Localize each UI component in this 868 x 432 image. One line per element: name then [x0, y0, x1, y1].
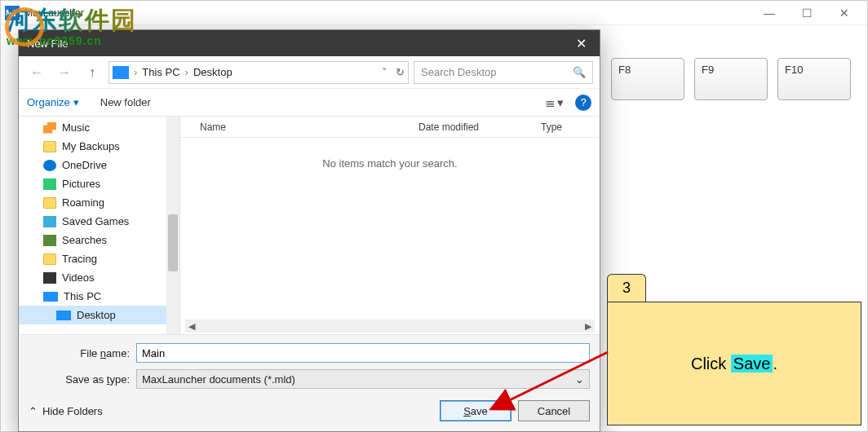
refresh-button[interactable]: ↻ [396, 66, 405, 78]
onedrive-icon [43, 160, 56, 171]
tree-item-pictures[interactable]: Pictures [19, 174, 179, 193]
dialog-body: MusicMy BackupsOneDrivePicturesRoamingSa… [19, 117, 600, 334]
annotation-text-pre: Click [691, 355, 731, 372]
pictures-icon [43, 179, 56, 190]
tree-item-label: Searches [62, 234, 107, 246]
breadcrumb-sep: › [184, 66, 190, 78]
folder-icon [43, 141, 56, 152]
tree-item-onedrive[interactable]: OneDrive [19, 156, 179, 174]
chevron-down-icon: ▾ [73, 96, 79, 108]
tree-item-tracing[interactable]: Tracing [19, 249, 179, 268]
saved-icon [43, 216, 56, 227]
breadcrumb-sep: › [132, 66, 139, 78]
dialog-close-button[interactable]: ✕ [571, 36, 591, 51]
dialog-toolbar: Organize ▾ New folder ≣ ▾ ? [19, 89, 600, 117]
f8-button[interactable]: F8 [611, 58, 684, 100]
file-list-pane: Name Date modified Type No items match y… [180, 117, 600, 334]
filetype-value: MaxLauncher documents (*.mld) [142, 373, 295, 386]
filetype-label: Save as type: [29, 373, 136, 386]
dialog-nav-row: ← → ↑ › This PC › Desktop ˅ ↻ Search Des… [19, 56, 600, 89]
chevron-down-icon: ▾ [557, 95, 564, 110]
annotation-text-post: . [773, 355, 777, 372]
f10-button[interactable]: F10 [777, 58, 851, 100]
filename-input[interactable] [136, 343, 590, 363]
tree-item-searches[interactable]: Searches [19, 231, 179, 249]
window-controls: — ☐ ✕ [751, 1, 863, 25]
watermark-circle-icon [5, 7, 44, 46]
breadcrumb-desktop[interactable]: Desktop [193, 66, 232, 78]
breadcrumb-this-pc[interactable]: This PC [142, 66, 179, 78]
tree-item-saved-games[interactable]: Saved Games [19, 212, 179, 231]
scroll-right-icon[interactable]: ▶ [582, 320, 595, 333]
tree-item-label: Tracing [62, 253, 97, 265]
annotation-box: Click Save. [607, 302, 861, 425]
view-mode-button[interactable]: ≣ ▾ [545, 95, 564, 110]
hide-folders-label: Hide Folders [42, 405, 103, 417]
tree-scrollbar[interactable] [166, 117, 179, 334]
organize-menu[interactable]: Organize ▾ [27, 96, 79, 108]
tree-item-desktop[interactable]: Desktop [19, 306, 179, 324]
music-icon [43, 122, 56, 134]
hide-folders-button[interactable]: ⌃ Hide Folders [29, 405, 103, 417]
column-type[interactable]: Type [531, 121, 600, 133]
videos-icon [43, 272, 56, 284]
search-input[interactable]: Search Desktop 🔍 [414, 61, 593, 84]
tree-item-videos[interactable]: Videos [19, 268, 179, 287]
help-button[interactable]: ? [575, 95, 591, 111]
tree-item-label: Music [62, 121, 90, 134]
pc-icon [56, 311, 71, 320]
save-dialog: New File ✕ ← → ↑ › This PC › Desktop ˅ ↻… [18, 29, 600, 432]
folder-tree[interactable]: MusicMy BackupsOneDrivePicturesRoamingSa… [19, 117, 180, 334]
tree-item-music[interactable]: Music [19, 118, 179, 137]
search-icon: 🔍 [573, 66, 586, 78]
organize-label: Organize [27, 96, 70, 108]
pc-icon [43, 292, 58, 302]
list-view-icon: ≣ [545, 95, 556, 110]
scroll-left-icon[interactable]: ◀ [185, 320, 198, 333]
tree-item-label: Roaming [62, 196, 104, 209]
nav-up-button[interactable]: ↑ [81, 61, 104, 84]
column-date[interactable]: Date modified [409, 121, 531, 133]
folder-icon [43, 197, 56, 209]
folder-icon [43, 253, 56, 265]
tree-item-label: Saved Games [62, 215, 129, 227]
tree-item-label: My Backups [62, 140, 120, 152]
nav-forward-button[interactable]: → [53, 61, 76, 84]
tree-item-label: Pictures [62, 178, 100, 190]
tree-item-label: Videos [62, 271, 95, 284]
address-bar[interactable]: › This PC › Desktop ˅ ↻ [108, 61, 409, 84]
nav-back-button[interactable]: ← [25, 61, 48, 84]
search-placeholder: Search Desktop [421, 66, 497, 78]
chevron-up-icon: ⌃ [29, 405, 38, 417]
search-icon [43, 235, 56, 246]
breadcrumb-dropdown[interactable]: ˅ [382, 66, 388, 78]
tree-item-roaming[interactable]: Roaming [19, 193, 179, 212]
pc-icon [113, 66, 129, 79]
empty-message: No items match your search. [180, 157, 600, 170]
maximize-button[interactable]: ☐ [788, 1, 826, 25]
cancel-button[interactable]: Cancel [518, 400, 590, 421]
tree-item-this-pc[interactable]: This PC [19, 287, 179, 306]
tree-item-label: Desktop [77, 309, 116, 321]
chevron-down-icon: ⌄ [575, 373, 584, 386]
watermark: 河东软件园 www.pc0359.cn [7, 4, 137, 47]
annotation-step-tab: 3 [607, 274, 646, 302]
minimize-button[interactable]: — [751, 1, 788, 25]
column-name[interactable]: Name [180, 121, 409, 133]
column-headers: Name Date modified Type [180, 117, 600, 138]
save-button[interactable]: Save [440, 400, 512, 421]
f-key-row: F8 F9 F10 [611, 58, 851, 100]
scrollbar-thumb[interactable] [168, 214, 178, 271]
dialog-footer: File name: Save as type: MaxLauncher doc… [19, 334, 600, 431]
close-button[interactable]: ✕ [826, 1, 863, 25]
annotation-highlight: Save [731, 355, 773, 372]
horizontal-scrollbar[interactable]: ◀ ▶ [185, 320, 595, 333]
f9-button[interactable]: F9 [694, 58, 768, 100]
new-folder-button[interactable]: New folder [100, 96, 151, 108]
tree-item-my-backups[interactable]: My Backups [19, 137, 179, 156]
filename-label: File name: [29, 347, 136, 359]
tree-item-label: This PC [64, 290, 101, 302]
tree-item-label: OneDrive [62, 159, 107, 171]
filetype-select[interactable]: MaxLauncher documents (*.mld) ⌄ [136, 369, 590, 389]
